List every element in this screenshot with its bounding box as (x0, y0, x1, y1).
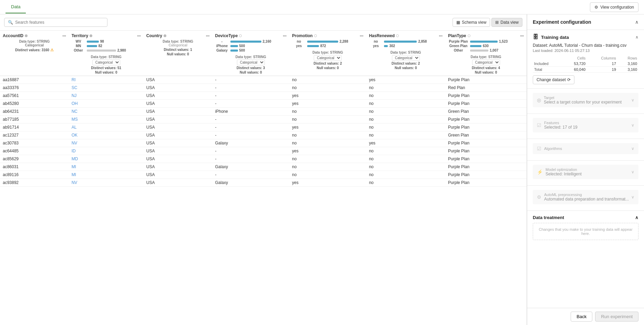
table-cell: Galaxy (212, 163, 289, 171)
col-menu-country[interactable]: ••• (206, 34, 210, 38)
stats-total-row: Total 60,040 19 3,160 (533, 67, 638, 73)
target-config-item[interactable]: ◎ Target Select a target column for your… (533, 93, 638, 107)
territory-link[interactable]: AL (72, 125, 77, 130)
model-opt-value: Selected: Intelligent (546, 172, 582, 176)
refresh-icon: ⟳ (567, 77, 571, 82)
table-cell: yes (366, 139, 445, 147)
col-category-select-devicetype[interactable]: Categorical (237, 59, 265, 65)
table-cell: - (212, 155, 289, 163)
training-data-title: 🗄 Training data (533, 34, 569, 40)
model-opt-config-item[interactable]: ⚡ Model optimization Selected: Intellige… (533, 165, 638, 179)
features-collapse-icon: ∨ (631, 123, 634, 128)
territory-link[interactable]: OK (72, 133, 77, 138)
table-cell: Purple Plan (445, 171, 527, 179)
table-cell: ac64485 (0, 147, 69, 155)
table-row: aa16887RIUSA-noyesPurple Plan (0, 76, 527, 84)
table-cell: yes (289, 100, 366, 108)
schema-view-button[interactable]: ▦ Schema view (453, 18, 490, 27)
territory-link[interactable]: OH (72, 101, 78, 106)
col-distinct-country: Distinct values: 1 (146, 48, 210, 52)
data-treatment-description: Changes that you make to your training d… (533, 223, 638, 240)
table-cell: - (212, 92, 289, 100)
stats-columns-header: Columns (587, 55, 617, 61)
territory-link[interactable]: NC (72, 109, 77, 114)
automl-config-item[interactable]: ⚙ AutoML preprocessing Automated data pr… (533, 190, 638, 204)
table-cell: aa16887 (0, 76, 69, 84)
stats-total-label: Total (533, 67, 562, 73)
territory-link[interactable]: SC (72, 85, 77, 90)
col-distinct-promotion: Distinct values: 2 (292, 62, 363, 65)
collapse-training-icon[interactable]: ∧ (635, 35, 638, 40)
col-menu-hasrenewed[interactable]: ••• (439, 34, 443, 38)
table-cell: NV (69, 139, 144, 147)
col-null-hasrenewed: Null values: 0 (369, 66, 443, 70)
col-menu-plantype[interactable]: ••• (520, 34, 524, 38)
col-category-select-promotion[interactable]: Categorical (314, 55, 342, 61)
data-icon: ⊞ (495, 20, 499, 25)
territory-link[interactable]: MD (72, 156, 78, 161)
col-menu-accountid[interactable]: ••• (62, 34, 66, 38)
stats-included-row: Included 53,720 17 3,160 (533, 61, 638, 67)
table-cell: - (212, 100, 289, 108)
tab-data[interactable]: Data (6, 1, 26, 13)
features-config-item[interactable]: ☑ Features Selected: 17 of 19 ∨ (533, 118, 638, 132)
schema-icon: ▦ (456, 20, 460, 25)
view-config-button[interactable]: ⚙ View configuration (590, 2, 638, 12)
col-category-select-hasrenewed[interactable]: Categorical (392, 55, 420, 61)
search-box[interactable]: 🔍 (4, 18, 107, 27)
col-category-select-territory[interactable]: Categorical (92, 59, 120, 65)
col-dot-devicetype (239, 34, 242, 37)
target-section: ◎ Target Select a target column for your… (527, 89, 644, 114)
stats-total-rows: 3,160 (617, 67, 638, 73)
territory-link[interactable]: RI (72, 77, 76, 82)
devicetype-bars: -2,160 iPhone500 Galaxy500 (215, 39, 287, 54)
territory-link[interactable]: NV (72, 180, 77, 185)
table-cell: no (366, 179, 445, 187)
data-treatment-collapse-icon[interactable]: ∧ (635, 215, 638, 220)
target-value: Select a target column for your experime… (544, 100, 622, 105)
table-cell: RI (69, 76, 144, 84)
table-row: ac12327OKUSA-nonoGreen Plan (0, 131, 527, 139)
col-meta-devicetype: Data type: STRING (215, 55, 287, 59)
col-category-select-plantype[interactable]: Categorical (472, 59, 500, 65)
search-input[interactable] (15, 20, 104, 25)
col-meta-territory: Data type: STRING (72, 55, 141, 59)
back-button[interactable]: Back (571, 312, 592, 322)
col-menu-devicetype[interactable]: ••• (283, 34, 287, 38)
col-menu-promotion[interactable]: ••• (360, 34, 364, 38)
stats-included-label: Included (533, 61, 562, 67)
stats-total-columns: 19 (587, 67, 617, 73)
territory-link[interactable]: NV (72, 141, 77, 145)
col-dot-accountid (25, 34, 28, 37)
col-name-plantype: PlanType (448, 33, 466, 38)
table-cell: USA (144, 92, 212, 100)
dataset-name: Dataset: AutoML Tutorial - Churn data - … (533, 43, 638, 48)
territory-link[interactable]: MS (72, 117, 78, 122)
change-dataset-label: Change dataset (537, 77, 566, 82)
features-icon: ☑ (537, 122, 541, 128)
col-menu-territory[interactable]: ••• (137, 34, 141, 38)
territory-link[interactable]: MI (72, 164, 76, 169)
data-table: AccountID ••• Data type: STRING Categori… (0, 31, 527, 187)
algorithms-icon: ☑ (537, 146, 541, 151)
table-cell: Purple Plan (445, 155, 527, 163)
warning-icon-accountid: ⚠ (50, 48, 54, 52)
data-view-button[interactable]: ⊞ Data view (491, 18, 522, 27)
table-cell: Green Plan (445, 131, 527, 139)
col-header-hasrenewed: HasRenewed ••• no2,858 yes302 Data type:… (366, 31, 445, 76)
collapse-panel-icon[interactable]: ∧ (635, 19, 638, 25)
database-icon: 🗄 (533, 34, 538, 40)
hasrenewed-bars: no2,858 yes302 (369, 39, 443, 49)
table-cell: USA (144, 116, 212, 123)
run-experiment-button[interactable]: Run experiment (595, 312, 638, 322)
territory-link[interactable]: MI (72, 172, 76, 177)
change-dataset-button[interactable]: Change dataset ⟳ (533, 75, 574, 84)
territory-link[interactable]: ID (72, 149, 76, 153)
algorithms-config-item[interactable]: ☑ Algorithms ∨ (533, 143, 638, 154)
promotion-bars: no2,288 yes872 (292, 39, 363, 49)
features-value: Selected: 17 of 19 (544, 125, 578, 130)
dataset-info: Dataset: AutoML Tutorial - Churn data - … (533, 43, 638, 53)
automl-section: ⚙ AutoML preprocessing Automated data pr… (527, 186, 644, 211)
territory-link[interactable]: NJ (72, 93, 77, 98)
table-row: ab91714ALUSA-yesnoPurple Plan (0, 123, 527, 131)
